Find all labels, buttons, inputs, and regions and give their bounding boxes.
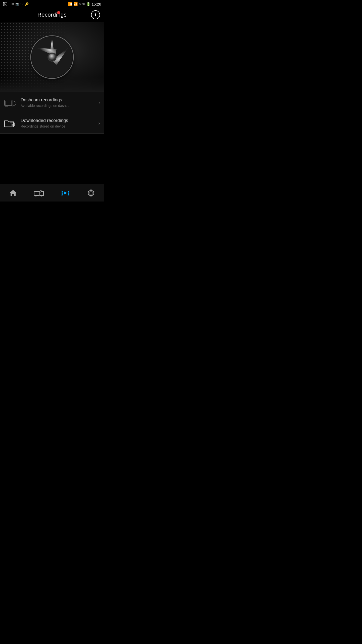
battery-text: 68% [79,2,85,6]
battery-icon: 🔋 [86,2,90,6]
svg-marker-10 [13,101,16,106]
svg-marker-14 [10,190,17,196]
key-icon: 🔑 [25,2,29,6]
info-icon: i [95,13,96,17]
recordings-nav-icon [61,189,70,197]
downloaded-recordings-item[interactable]: Downloaded recordings Recordings stored … [0,113,104,134]
svg-marker-13 [12,124,14,126]
dashcam-nav-icon [34,189,44,197]
svg-rect-24 [68,191,69,192]
signal-icon: 📶 [73,2,78,6]
dashcam-subtitle: Available recordings on dashcam [21,104,98,108]
menu-section: Dashcam recordings Available recordings … [0,92,104,134]
folder-icon-svg [4,118,17,128]
svg-point-18 [35,195,37,196]
main-content: Recordings i [0,8,104,202]
svg-rect-23 [62,194,63,195]
status-icons-left: 🖼 ⁘ ✉ 📷 🛡 🔑 [3,2,29,6]
mail-icon: ✉ [12,2,14,6]
mercedes-star [29,34,75,80]
svg-marker-27 [64,191,67,194]
picture-icon: 🖼 [3,2,7,6]
nav-settings[interactable] [78,187,104,199]
hero-image [0,22,104,92]
svg-point-19 [41,195,42,196]
svg-point-6 [49,54,56,61]
nav-home[interactable] [0,187,26,198]
svg-rect-11 [5,106,8,107]
nav-dashcam[interactable] [26,187,52,198]
spacer [0,134,104,184]
time-display: 15:26 [92,2,101,6]
status-bar: 🖼 ⁘ ✉ 📷 🛡 🔑 📶 📶 68% 🔋 15:26 [0,0,104,8]
downloaded-title: Downloaded recordings [21,118,98,123]
wifi-icon: 📶 [68,2,72,6]
bottom-navigation [0,184,104,202]
status-icons-right: 📶 📶 68% 🔋 15:26 [68,2,101,6]
home-icon [9,189,17,197]
svg-rect-22 [62,192,63,194]
dashcam-chevron-icon: › [98,100,100,105]
downloaded-menu-text: Downloaded recordings Recordings stored … [21,118,98,128]
info-button[interactable]: i [91,10,100,19]
svg-rect-25 [68,192,69,194]
dots-icon: ⁘ [8,2,11,6]
camera-icon: 📷 [15,2,19,6]
downloaded-menu-icon [4,118,17,128]
dashcam-menu-icon [4,98,17,108]
nav-recordings[interactable] [52,187,78,198]
downloaded-chevron-icon: › [98,120,100,126]
page-title: Recordings [37,12,67,18]
dashcam-menu-text: Dashcam recordings Available recordings … [21,97,98,108]
svg-rect-21 [62,191,63,192]
dashcam-title: Dashcam recordings [21,97,98,103]
svg-point-28 [90,192,92,194]
recording-dot [57,11,60,14]
settings-gear-icon [87,189,95,197]
dashcam-recordings-item[interactable]: Dashcam recordings Available recordings … [0,92,104,113]
svg-rect-26 [68,194,69,195]
downloaded-subtitle: Recordings stored on device [21,124,98,128]
dashcam-icon-svg [4,98,17,107]
shield-icon: 🛡 [20,2,24,6]
svg-rect-9 [5,101,11,105]
app-header: Recordings i [0,8,104,22]
